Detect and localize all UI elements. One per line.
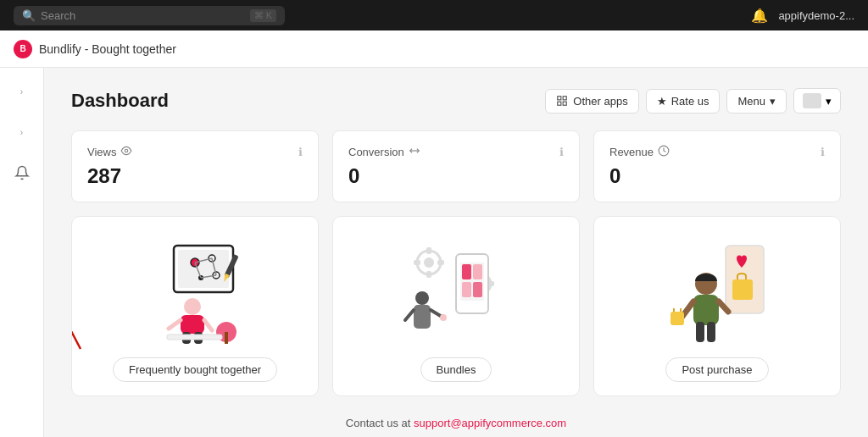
stat-card-views: Views ℹ 287 — [71, 130, 319, 202]
svg-point-48 — [415, 291, 429, 305]
bell-icon[interactable]: 🔔 — [751, 8, 768, 24]
bundles-illustration — [347, 237, 565, 347]
svg-rect-54 — [732, 279, 753, 300]
svg-rect-49 — [414, 305, 431, 329]
star-icon: ★ — [657, 95, 667, 108]
views-icon — [120, 145, 132, 159]
postpurchase-button[interactable]: Post purchase — [665, 357, 768, 382]
menu-button[interactable]: Menu ▾ — [726, 89, 787, 113]
views-info-icon[interactable]: ℹ — [298, 146, 303, 158]
other-apps-button[interactable]: Other apps — [545, 89, 638, 113]
feature-card-bundles: Bundles — [332, 216, 580, 396]
feature-card-fbt: 1 — [71, 216, 319, 396]
sidebar-collapse-2[interactable]: › — [8, 119, 36, 146]
svg-point-21 — [184, 298, 201, 315]
stat-revenue-value: 0 — [609, 164, 825, 188]
search-bar[interactable]: 🔍 ⌘ K — [14, 6, 285, 25]
appbar: B Bundlify - Bought together — [0, 30, 868, 68]
svg-rect-3 — [563, 102, 566, 105]
header-actions: Other apps ★ Rate us Menu ▾ ▾ — [545, 88, 841, 113]
svg-rect-44 — [462, 264, 471, 279]
svg-rect-60 — [707, 322, 715, 342]
svg-line-23 — [169, 320, 181, 329]
avatar-button[interactable]: ▾ — [793, 88, 841, 113]
svg-rect-37 — [437, 260, 444, 265]
svg-rect-29 — [167, 335, 222, 340]
avatar-icon — [803, 93, 821, 108]
svg-rect-0 — [558, 97, 561, 100]
svg-rect-2 — [558, 102, 561, 105]
svg-point-4 — [125, 149, 129, 152]
fbt-button[interactable]: Frequently bought together — [113, 357, 277, 382]
svg-rect-35 — [426, 271, 431, 278]
svg-rect-36 — [414, 260, 420, 265]
svg-rect-61 — [670, 312, 684, 325]
svg-rect-59 — [696, 322, 704, 342]
postpurchase-illustration-svg — [654, 237, 781, 347]
fbt-illustration-svg — [131, 237, 259, 347]
svg-point-31 — [424, 257, 434, 268]
svg-rect-10 — [178, 250, 229, 288]
sidebar-notifications[interactable] — [8, 159, 36, 186]
topbar: 🔍 ⌘ K 🔔 appifydemo-2... — [0, 0, 868, 30]
topbar-right: 🔔 appifydemo-2... — [751, 8, 854, 24]
feature-card-postpurchase: Post purchase — [593, 216, 841, 396]
sidebar-collapse-1[interactable]: › — [8, 78, 36, 105]
search-icon: 🔍 — [22, 9, 36, 22]
footer: Contact us at support@appifycommerce.com — [71, 408, 841, 437]
revenue-info-icon[interactable]: ℹ — [821, 146, 825, 158]
dashboard-header: Dashboard Other apps ★ Rate us Menu ▾ — [71, 88, 841, 113]
menu-chevron-icon: ▾ — [770, 95, 776, 108]
svg-rect-46 — [462, 282, 471, 297]
footer-text: Contact us at — [346, 417, 414, 429]
page-title: Dashboard — [71, 90, 169, 112]
svg-rect-28 — [225, 332, 228, 344]
search-input[interactable] — [41, 9, 245, 22]
stat-views-label: Views — [87, 146, 116, 158]
main-layout: › › Dashboard Other apps — [0, 68, 868, 437]
footer-email-link[interactable]: support@appifycommerce.com — [414, 417, 566, 429]
svg-rect-22 — [181, 315, 204, 334]
bundles-button[interactable]: Bundles — [420, 357, 492, 382]
annotation-arrow — [71, 291, 91, 359]
svg-line-50 — [405, 310, 414, 320]
stats-row: Views ℹ 287 Conversion — [71, 130, 841, 202]
svg-rect-47 — [473, 282, 482, 297]
revenue-icon — [658, 145, 670, 159]
rate-us-button[interactable]: ★ Rate us — [646, 89, 721, 113]
stat-conversion-label: Conversion — [348, 146, 404, 158]
bundles-illustration-svg — [397, 237, 515, 347]
fbt-illustration — [86, 237, 304, 347]
svg-rect-56 — [693, 295, 719, 325]
svg-rect-41 — [488, 281, 494, 286]
shortcut-hint: ⌘ K — [250, 9, 276, 22]
stat-card-conversion: Conversion ℹ 0 — [332, 130, 580, 202]
svg-line-24 — [204, 320, 212, 330]
sidebar: › › — [0, 68, 44, 437]
svg-rect-34 — [426, 247, 431, 254]
feature-cards-row: 1 — [71, 216, 841, 396]
conversion-icon — [409, 145, 420, 159]
svg-marker-8 — [75, 346, 86, 352]
svg-point-52 — [440, 314, 447, 321]
svg-rect-45 — [473, 264, 482, 279]
conversion-info-icon[interactable]: ℹ — [559, 146, 564, 158]
app-title: Bundlify - Bought together — [39, 42, 176, 56]
content-area: Dashboard Other apps ★ Rate us Menu ▾ — [44, 68, 868, 437]
avatar-chevron-icon: ▾ — [826, 95, 832, 108]
postpurchase-illustration — [608, 237, 826, 347]
stat-conversion-value: 0 — [348, 164, 564, 188]
stat-revenue-label: Revenue — [609, 146, 654, 158]
app-logo: B — [14, 40, 32, 58]
stat-views-value: 287 — [87, 164, 303, 188]
stat-card-revenue: Revenue ℹ 0 — [593, 130, 841, 202]
account-name[interactable]: appifydemo-2... — [778, 9, 854, 22]
svg-line-7 — [71, 296, 81, 349]
grid-icon — [556, 95, 568, 107]
svg-rect-1 — [563, 97, 566, 100]
